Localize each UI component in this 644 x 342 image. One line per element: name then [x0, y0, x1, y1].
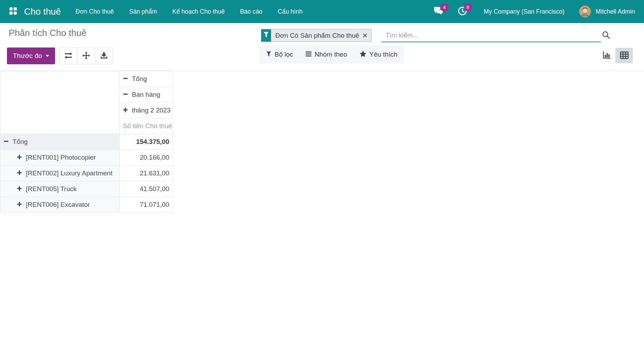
pivot-row-rent005: [RENT005] Truck 41.507,00 [0, 181, 173, 197]
facet-label: Đơn Có Sản phẩm Cho thuê [271, 29, 361, 42]
rental-pivot-page: Cho thuê Đơn Cho thuê Sản phẩm Kế hoạch … [0, 0, 644, 342]
four-way-arrows-icon [82, 52, 90, 60]
pivot-row-rent002: [RENT002] Luxury Apartment 21.631,00 [0, 166, 173, 181]
star-icon [360, 51, 366, 59]
company-switcher[interactable]: My Company (San Francisco) [484, 8, 564, 15]
apps-grid-icon [9, 7, 17, 16]
messages-button[interactable]: 4 [433, 7, 444, 17]
search-options-bar: Bộ lọc Nhóm theo Yêu thích [259, 45, 404, 64]
pivot-value-cell: 21.631,00 [120, 166, 173, 181]
activities-badge: 8 [464, 3, 472, 11]
control-panel: Phân tích Cho thuê Thước đo [0, 23, 644, 71]
row-header-total[interactable]: Tổng [0, 134, 120, 150]
facet-filter-iconbox [261, 29, 271, 42]
download-xlsx-button[interactable] [95, 48, 113, 64]
user-menu[interactable]: Mitchell Admin [596, 8, 635, 15]
menu-item-reports[interactable]: Báo cáo [240, 8, 262, 15]
pivot-header-row: Tổng [0, 71, 173, 87]
pivot-corner-cell [0, 71, 120, 134]
plus-icon [17, 169, 22, 177]
menu-item-products[interactable]: Sản phẩm [129, 8, 157, 15]
pivot-row-rent006: [RENT006] Excavator 71.071,00 [0, 197, 173, 213]
groupby-label: Nhóm theo [315, 51, 347, 58]
group-bars-icon [306, 51, 312, 58]
bar-chart-view-button[interactable] [598, 48, 615, 63]
minus-icon [3, 138, 9, 146]
search-button[interactable] [602, 31, 611, 41]
bar-chart-icon [602, 51, 611, 60]
groupby-menu-button[interactable]: Nhóm theo [306, 51, 347, 58]
favorites-menu-button[interactable]: Yêu thích [360, 51, 397, 59]
page-title: Phân tích Cho thuê [9, 28, 87, 38]
measures-label: Thước đo [13, 52, 42, 60]
col-header-sales[interactable]: Bán hàng [120, 87, 173, 103]
flip-axis-button[interactable] [59, 48, 77, 64]
app-brand[interactable]: Cho thuê [24, 6, 61, 17]
pivot-value-cell: 20.166,00 [120, 150, 173, 166]
search-facet-chip[interactable]: Đơn Có Sản phẩm Cho thuê ✕ [261, 29, 372, 42]
favorites-label: Yêu thích [369, 51, 397, 58]
filters-menu-button[interactable]: Bộ lọc [266, 51, 293, 58]
download-icon [100, 52, 108, 60]
activities-button[interactable]: 8 [458, 6, 467, 17]
magnifier-icon [602, 35, 611, 41]
pivot-view-button[interactable] [615, 48, 633, 63]
pivot-value-cell: 154.375,00 [120, 134, 173, 150]
measure-column-header[interactable]: Số tiền Cho thuê [120, 118, 173, 134]
minus-icon [123, 91, 128, 99]
row-header-rent006[interactable]: [RENT006] Excavator [0, 197, 120, 213]
search-input[interactable] [382, 29, 601, 42]
filters-label: Bộ lọc [275, 51, 293, 58]
app-menu: Đơn Cho thuê Sản phẩm Kế hoạch Cho thuê … [76, 8, 303, 15]
plus-icon [17, 185, 22, 193]
menu-item-settings[interactable]: Cấu hình [278, 8, 302, 15]
apps-menu-button[interactable] [9, 7, 17, 16]
col-header-month[interactable]: tháng 2 2023 [120, 103, 173, 118]
pivot-row-total: Tổng 154.375,00 [0, 134, 173, 150]
exchange-arrows-icon [64, 52, 73, 60]
chevron-down-icon [46, 55, 49, 57]
minus-icon [123, 75, 128, 83]
plus-icon [123, 107, 128, 114]
menu-item-rental-orders[interactable]: Đơn Cho thuê [76, 8, 114, 15]
facet-remove-icon[interactable]: ✕ [361, 29, 371, 42]
pivot-grid-icon [620, 51, 629, 60]
row-header-rent002[interactable]: [RENT002] Luxury Apartment [0, 166, 120, 181]
row-header-rent005[interactable]: [RENT005] Truck [0, 181, 120, 197]
plus-icon [17, 201, 22, 209]
funnel-icon [263, 32, 269, 39]
pivot-row-rent001: [RENT001] Photocopier 20.166,00 [0, 150, 173, 166]
measures-dropdown-button[interactable]: Thước đo [7, 48, 55, 64]
row-header-rent001[interactable]: [RENT001] Photocopier [0, 150, 120, 166]
pivot-value-cell: 41.507,00 [120, 181, 173, 197]
messages-badge: 4 [441, 3, 449, 12]
view-switcher [598, 48, 633, 63]
expand-all-button[interactable] [77, 48, 95, 64]
menu-item-rental-schedule[interactable]: Kế hoạch Cho thuê [172, 8, 225, 15]
col-header-total[interactable]: Tổng [120, 71, 173, 87]
pivot-value-cell: 71.071,00 [120, 197, 173, 213]
navbar-systray: 4 8 My Company (San Francisco) [433, 6, 635, 17]
plus-icon [17, 154, 22, 161]
pivot-toolbar: Thước đo [7, 48, 113, 64]
user-avatar[interactable] [579, 6, 591, 17]
pivot-table: Tổng Bán hàng tháng 2 2023 [0, 71, 173, 213]
filter-funnel-icon [266, 51, 271, 58]
pivot-icon-button-group [59, 48, 113, 64]
top-navbar: Cho thuê Đơn Cho thuê Sản phẩm Kế hoạch … [0, 0, 644, 23]
